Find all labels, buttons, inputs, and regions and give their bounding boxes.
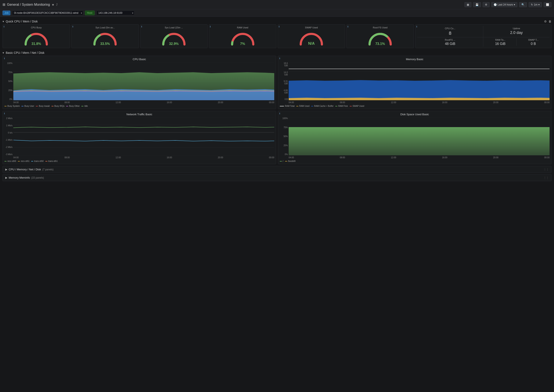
uptime-title: Uptime bbox=[484, 27, 549, 30]
memory-chart-legend: RAM Total RAM Used RAM Cache + Buffer RA… bbox=[280, 105, 550, 107]
cpu-chart-wrapper: 100%75%50%25%0% bbox=[4, 62, 274, 101]
info-icon-ram: ℹ bbox=[210, 25, 211, 28]
network-chart-legend: recv eth0 recv eth1 trans eth0 trans eth… bbox=[4, 160, 274, 162]
root-fs-gauge: 73.1% bbox=[348, 30, 412, 47]
info-icon-sysload5m: ℹ bbox=[72, 25, 73, 28]
stat-card-sys-load-15m: ℹ Sys Load (15m ... 32.9% bbox=[140, 24, 208, 48]
sysload5m-title: Sys Load (5m av... bbox=[73, 26, 137, 29]
ram-total-title: RAM To... bbox=[484, 38, 516, 41]
quick-stats-grid: ℹ CPU Busy 31.8% ℹ Sys Load (5m av... bbox=[3, 24, 551, 48]
host-label: Host: bbox=[85, 11, 95, 15]
cpu-count-value: 8 bbox=[418, 30, 482, 36]
quick-collapse-icon: ▾ bbox=[3, 20, 4, 23]
stat-card-cpu-busy: ℹ CPU Busy 31.8% bbox=[3, 24, 70, 48]
expand-right-icon-2: ▶ bbox=[5, 176, 7, 179]
memory-meminfo-title: ▶ Memory Meminfo (15 panels) bbox=[5, 176, 44, 179]
stat-card-root-fs: ℹ Root FS Used 73.1% bbox=[346, 24, 414, 48]
cpu-x-axis: 04:0008:0012:0016:0020:0000:00 bbox=[4, 101, 274, 104]
rootfs-size-title: RootFS ... bbox=[418, 38, 482, 41]
info-icon-netchart: ℹ bbox=[4, 112, 5, 115]
rootfs-size-value: 48 GiB bbox=[418, 42, 482, 46]
refresh-button[interactable]: ↻ 1m ▾ bbox=[529, 2, 542, 7]
refresh-icon: ↻ bbox=[531, 3, 533, 6]
swap-used-title: SWAP Used bbox=[280, 26, 343, 29]
expand-right-icon: ▶ bbox=[5, 168, 7, 171]
quick-section-header[interactable]: ▾ Quick CPU / Mem / Disk ⚙ 🗑 bbox=[3, 18, 551, 24]
barchart-icon: ▦ bbox=[467, 3, 469, 6]
share-icon[interactable]: ⤴ bbox=[56, 3, 58, 6]
memory-meminfo-expand[interactable]: ▶ Memory Meminfo (15 panels) ⋮⋮ bbox=[3, 174, 551, 181]
expand-dots-2: ⋮⋮ bbox=[544, 176, 549, 179]
basic-collapse-icon: ▾ bbox=[3, 51, 4, 55]
memory-chart-wrapper: 18.6 GiB14.0 GiB9.31 GiB4.66 GiB0 B bbox=[280, 62, 550, 101]
cpu-mem-net-disk-expand[interactable]: ▶ CPU / Memory / Net / Disk (7 panels) ⋮… bbox=[3, 166, 551, 173]
network-y-axis: 2 Mb/s1 Mb/s0 b/s-1 Mb/s-2 Mb/s-3 Mb/s bbox=[4, 117, 13, 156]
memory-chart-title: Memory Basic bbox=[280, 58, 550, 61]
info-icon-memchart: ℹ bbox=[279, 57, 280, 60]
memory-x-axis: 04:0008:0012:0016:0020:0000:00 bbox=[280, 101, 550, 104]
cpu-chart-inner bbox=[13, 62, 274, 101]
job-select[interactable]: 0l-node-BA28F081DE02FC6CC3BF9879D6033911… bbox=[12, 11, 83, 15]
swap-total-title: SWAP T... bbox=[518, 38, 549, 41]
disk-chart-svg bbox=[289, 117, 550, 155]
page-title: General / System Monitoring bbox=[7, 3, 50, 7]
expand-dots-1: ⋮⋮ bbox=[544, 168, 549, 171]
job-label: Job bbox=[3, 11, 10, 15]
root-fs-title: Root FS Used bbox=[348, 26, 412, 29]
charts-grid: ℹ CPU Basic 100%75%50%25%0% bbox=[3, 56, 551, 164]
network-x-axis: 04:0008:0012:0016:0020:0000:00 bbox=[4, 156, 274, 159]
gear-icon: ⚙ bbox=[485, 3, 487, 6]
grid-icon: ⊞ bbox=[3, 3, 5, 7]
info-icon-cpucount: ℹ bbox=[416, 25, 417, 28]
cpu-busy-gauge: 31.8% bbox=[4, 30, 68, 47]
star-icon[interactable]: ★ bbox=[52, 3, 55, 6]
header-left: ⊞ General / System Monitoring ★ ⤴ bbox=[3, 3, 58, 7]
cpu-chart-card: ℹ CPU Basic 100%75%50%25%0% bbox=[3, 56, 276, 109]
basic-section-title: Basic CPU / Mem / Net / Disk bbox=[6, 51, 44, 55]
zoom-button[interactable]: 🔍 bbox=[519, 2, 527, 7]
svg-marker-13 bbox=[289, 80, 550, 100]
monitor-button[interactable]: ⬜ bbox=[544, 2, 551, 7]
cpu-count-title: CPU Co... bbox=[418, 27, 482, 30]
cpu-mem-net-disk-title: ▶ CPU / Memory / Net / Disk (7 panels) bbox=[5, 168, 54, 171]
main-content: ▾ Quick CPU / Mem / Disk ⚙ 🗑 ℹ CPU Busy … bbox=[0, 17, 554, 184]
info-icon-sysload15m: ℹ bbox=[141, 25, 142, 28]
disk-chart-legend: / /boot/efi bbox=[280, 160, 550, 162]
info-icon-rootfs: ℹ bbox=[347, 25, 348, 28]
cpu-chart-legend: Busy System Busy User Busy Iowait Busy I… bbox=[4, 105, 274, 107]
sysload5m-value: 33.5% bbox=[100, 42, 110, 46]
save-button[interactable]: 💾 bbox=[473, 2, 481, 7]
section-trash-icon[interactable]: 🗑 bbox=[548, 20, 551, 23]
cpu-busy-value: 31.8% bbox=[32, 42, 41, 46]
interval-chevron-icon: ▾ bbox=[538, 3, 540, 6]
chevron-down-icon: ▾ bbox=[514, 3, 515, 6]
meminfo-count: (15 panels) bbox=[31, 176, 44, 179]
host-select[interactable]: 143.198.246.18:9100 bbox=[96, 11, 134, 15]
stat-card-ram-used: ℹ RAM Used 7% bbox=[209, 24, 276, 48]
chart-button[interactable]: ▦ bbox=[464, 2, 471, 7]
cpu-chart-svg bbox=[13, 62, 274, 100]
disk-chart-inner bbox=[289, 117, 550, 156]
memory-y-axis: 18.6 GiB14.0 GiB9.31 GiB4.66 GiB0 B bbox=[280, 62, 288, 101]
memory-chart-inner bbox=[289, 62, 550, 101]
section-icons: ⚙ 🗑 bbox=[544, 20, 551, 23]
disk-x-axis: 04:0008:0012:0016:0020:0000:00 bbox=[280, 156, 550, 159]
cpu-chart-title: CPU Basic bbox=[4, 58, 274, 61]
basic-section-header[interactable]: ▾ Basic CPU / Mem / Net / Disk bbox=[3, 50, 551, 56]
info-icon-cpuchart: ℹ bbox=[4, 57, 5, 60]
toolbar: Job 0l-node-BA28F081DE02FC6CC3BF9879D603… bbox=[0, 9, 554, 17]
disk-chart-wrapper: 100%75%50%25%0% bbox=[280, 117, 550, 156]
time-range-button[interactable]: 🕐 Last 24 hours ▾ bbox=[491, 2, 518, 7]
disk-chart-title: Disk Space Used Basic bbox=[280, 113, 550, 116]
stat-card-sys-load-5m: ℹ Sys Load (5m av... 33.5% bbox=[71, 24, 139, 48]
sysload15m-value: 32.9% bbox=[169, 42, 179, 46]
job-filter-wrapper: 0l-node-BA28F081DE02FC6CC3BF9879D6033911… bbox=[12, 11, 83, 15]
settings-button[interactable]: ⚙ bbox=[483, 2, 490, 7]
section-settings-icon[interactable]: ⚙ bbox=[544, 20, 547, 23]
header: ⊞ General / System Monitoring ★ ⤴ ▦ 💾 ⚙ … bbox=[0, 0, 554, 9]
disk-y-axis: 100%75%50%25%0% bbox=[280, 117, 288, 156]
info-icon-cpu: ℹ bbox=[4, 25, 4, 28]
clock-icon: 🕐 bbox=[494, 3, 497, 6]
host-filter-wrapper: 143.198.246.18:9100 ▾ bbox=[96, 11, 134, 15]
memory-chart-svg bbox=[289, 62, 550, 100]
